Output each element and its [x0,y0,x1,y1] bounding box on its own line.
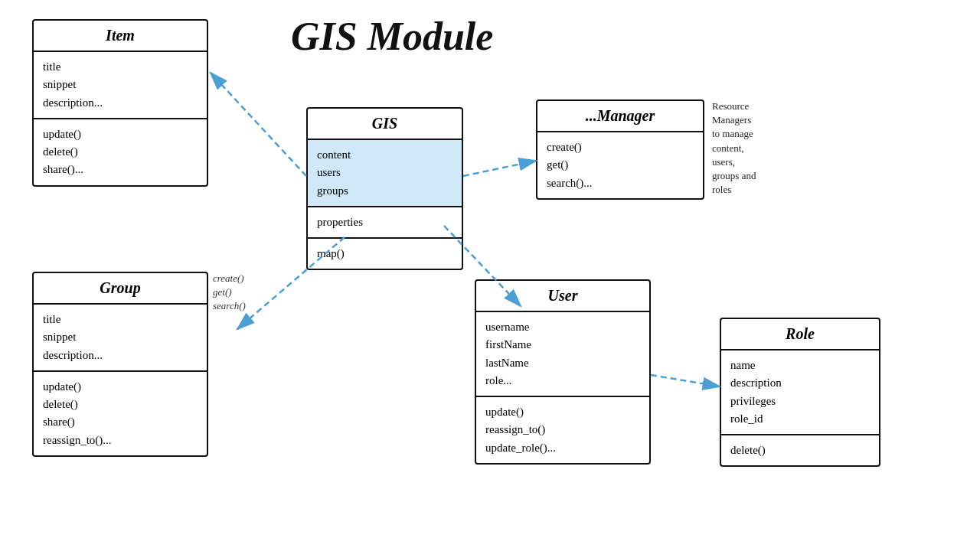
svg-line-6 [651,375,720,386]
user-methods: update()reassign_to()update_role()... [476,397,649,463]
user-attributes: usernamefirstNamelastNamerole... [476,312,649,397]
gis-to-group-label: create()get()search() [213,272,246,314]
user-box: User usernamefirstNamelastNamerole... up… [475,279,651,465]
group-title: Group [34,273,207,305]
user-title: User [476,281,649,312]
gis-map: map() [308,239,462,269]
gis-highlighted-section: contentusersgroups [308,140,462,207]
role-methods: delete() [721,435,879,465]
role-title: Role [721,319,879,350]
manager-title: ...Manager [537,101,703,132]
item-attributes: titlesnippetdescription... [34,52,207,119]
manager-methods: create()get()search()... [537,132,703,198]
item-box: Item titlesnippetdescription... update()… [32,19,208,187]
gis-properties: properties [308,207,462,239]
group-attributes: titlesnippetdescription... [34,305,207,372]
group-methods: update()delete()share()reassign_to()... [34,372,207,455]
role-box: Role namedescriptionprivilegesrole_id de… [720,318,880,467]
manager-annotation: ResourceManagersto managecontent,users,g… [712,99,756,197]
group-box: Group titlesnippetdescription... update(… [32,272,208,457]
page-title: GIS Module [291,14,493,59]
role-attributes: namedescriptionprivilegesrole_id [721,350,879,435]
item-title: Item [34,21,207,52]
svg-line-3 [463,161,536,176]
gis-box: GIS contentusersgroups properties map() [306,107,463,270]
manager-box: ...Manager create()get()search()... [536,99,704,200]
item-methods: update()delete()share()... [34,119,207,185]
svg-line-2 [211,73,306,176]
gis-title: GIS [308,109,462,140]
